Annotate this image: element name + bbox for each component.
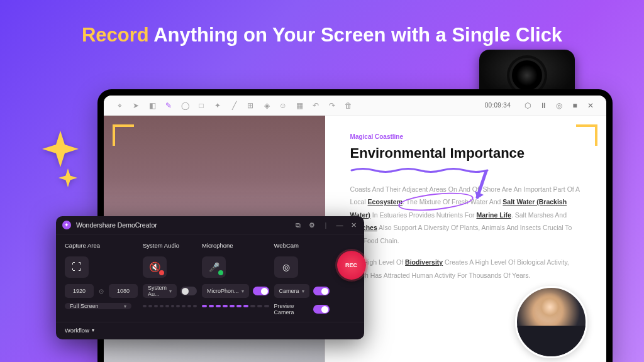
target-icon[interactable]: ◎ (555, 101, 564, 110)
workflow-select[interactable]: Workflow▾ (56, 322, 364, 339)
article-kicker: Magical Coastline (350, 133, 581, 140)
rec-col: REC (335, 242, 366, 280)
capture-area-button[interactable]: ⛶ (65, 256, 89, 278)
minimize-icon[interactable]: — (335, 221, 344, 229)
microphone-col: Microphone 🎤 MicroPhon...▾ (202, 242, 269, 308)
article-para-2: The High Level Of Biodiversity Creates A… (350, 256, 581, 282)
recorder-titlebar[interactable]: ✦ Wondershare DemoCreator ⧉ ⚙ | — ✕ (56, 216, 364, 234)
shield-icon[interactable]: ⬡ (523, 101, 532, 110)
chevron-down-icon: ▾ (242, 288, 244, 294)
sparkle-icon (42, 131, 79, 167)
trash-icon[interactable]: 🗑 (344, 101, 353, 110)
annotation-arrow[interactable] (474, 170, 489, 202)
popout-icon[interactable]: ⧉ (294, 221, 303, 229)
system-audio-button[interactable]: 🔇 (143, 256, 167, 278)
settings-icon[interactable]: ⚙ (308, 221, 316, 229)
height-input[interactable]: 1080 (109, 284, 138, 298)
app-logo-icon: ✦ (62, 221, 71, 229)
camera-toggle[interactable] (313, 287, 330, 295)
sparkle-icon (58, 168, 77, 187)
presenter-avatar (515, 286, 587, 358)
cursor-icon[interactable]: ⌖ (115, 101, 124, 110)
eraser-icon[interactable]: ◧ (148, 101, 157, 110)
by-icon: ⊙ (97, 288, 105, 295)
audio-label: System Audio (143, 242, 197, 249)
capture-label: Capture Area (65, 242, 138, 249)
mic-label: Microphone (202, 242, 269, 249)
preview-camera-label: Preview Camera (274, 303, 309, 315)
article: Magical Coastline Environmental Importan… (325, 116, 606, 362)
article-para-1: Coasts And Their Adjacent Areas On And O… (350, 183, 581, 247)
webcam-col: WebCam ◎ Camera▾ Preview Camera (274, 242, 330, 315)
chevron-down-icon: ▾ (169, 288, 172, 294)
webcam-label: WebCam (274, 242, 330, 249)
grid-icon[interactable]: ▦ (295, 101, 304, 110)
rec-timer: 00:09:34 (485, 102, 511, 109)
undo-icon[interactable]: ↶ (311, 101, 320, 110)
width-input[interactable]: 1920 (65, 284, 94, 298)
recorder-title: Wondershare DemoCreator (76, 221, 157, 229)
audio-select[interactable]: System Au...▾ (143, 284, 177, 298)
shapes-icon[interactable]: ◈ (262, 101, 271, 110)
preview-toggle[interactable] (313, 305, 330, 314)
status-dot-on (218, 270, 223, 275)
stop-icon[interactable]: ■ (570, 101, 579, 110)
mic-toggle[interactable] (253, 287, 269, 295)
system-audio-col: System Audio 🔇 System Au...▾ (143, 242, 197, 308)
article-title: Environmental Importance (350, 145, 581, 162)
hero-title: Record Anything on Your Screen with a Si… (82, 24, 562, 47)
crop-corner[interactable] (113, 124, 134, 146)
capture-area-col: Capture Area ⛶ 1920 ⊙ 1080 Full Screen▾ (65, 242, 138, 309)
textbox-icon[interactable]: ⊞ (246, 101, 255, 110)
record-button[interactable]: REC (337, 251, 366, 280)
pause-icon[interactable]: ⏸ (539, 101, 548, 110)
camera-select[interactable]: Camera▾ (274, 284, 309, 298)
crop-corner[interactable] (576, 124, 597, 146)
mic-select[interactable]: MicroPhon...▾ (202, 284, 249, 298)
hero-accent: Record (82, 24, 149, 46)
audio-toggle[interactable] (180, 287, 197, 295)
highlighter-icon[interactable]: ✎ (164, 101, 173, 110)
squiggle-underline (350, 165, 581, 172)
redo-icon[interactable]: ↷ (328, 101, 336, 110)
arrow-icon[interactable]: ➤ (131, 101, 140, 110)
audio-level (143, 304, 197, 308)
close-icon[interactable]: ✕ (349, 221, 358, 229)
stamp-icon[interactable]: ☺ (279, 101, 287, 110)
capture-mode-select[interactable]: Full Screen▾ (65, 303, 131, 309)
microphone-button[interactable]: 🎤 (202, 256, 226, 278)
square-icon[interactable]: □ (197, 101, 206, 110)
hero-rest: Anything on Your Screen with a Single Cl… (149, 24, 562, 46)
wand-icon[interactable]: ✦ (213, 101, 222, 110)
webcam-button[interactable]: ◎ (274, 256, 298, 278)
annotation-toolbar: ⌖ ➤ ◧ ✎ ◯ □ ✦ ╱ ⊞ ◈ ☺ ▦ ↶ ↷ 🗑 00:09:34 ⬡… (104, 96, 606, 116)
status-dot-off (159, 270, 164, 275)
close-icon[interactable]: ✕ (586, 101, 595, 110)
line-icon[interactable]: ╱ (230, 101, 238, 110)
mic-level (202, 304, 269, 308)
divider: | (321, 221, 330, 229)
chevron-down-icon: ▾ (302, 288, 304, 294)
chevron-down-icon: ▾ (92, 327, 94, 333)
circle-icon[interactable]: ◯ (180, 101, 189, 110)
chevron-down-icon: ▾ (124, 304, 126, 309)
recorder-window: ✦ Wondershare DemoCreator ⧉ ⚙ | — ✕ Capt… (56, 216, 364, 339)
